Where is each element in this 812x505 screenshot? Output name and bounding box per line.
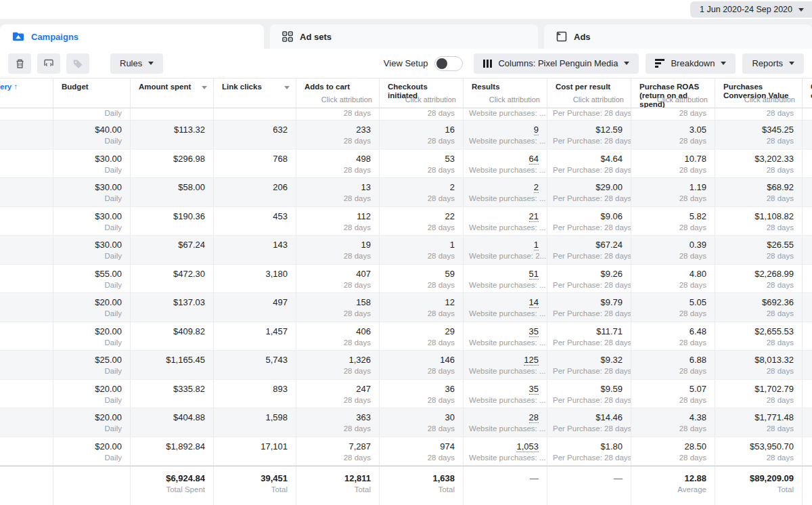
cell-budget: $30.00Daily bbox=[53, 150, 130, 178]
table-body: Daily28 days28 daysWebsite purchases: ..… bbox=[0, 108, 812, 466]
cell-pcv: $26.5528 days bbox=[715, 236, 802, 264]
cell-checkouts: 2228 days bbox=[379, 207, 463, 236]
chevron-down-icon bbox=[284, 86, 290, 89]
results-value-link[interactable]: 35 bbox=[529, 384, 539, 395]
results-value-link[interactable]: 28 bbox=[529, 412, 539, 423]
table-row[interactable]: $30.00Daily$67.241431928 days128 days1We… bbox=[0, 236, 812, 265]
cell-cpc bbox=[802, 108, 812, 120]
col-header-results[interactable]: Results Click attribution bbox=[463, 79, 547, 108]
tab-campaigns[interactable]: Campaigns bbox=[0, 24, 264, 49]
toggle-knob-icon bbox=[436, 58, 447, 69]
cell-cpr: $9.32Per Purchase: 28 days bbox=[547, 351, 631, 379]
cell-subtext: Website purchases: ... bbox=[469, 223, 539, 233]
cell-subtext: 28 days bbox=[721, 251, 794, 261]
delete-button[interactable] bbox=[8, 53, 31, 74]
table-row[interactable]: $20.00Daily$137.0349715828 days1228 days… bbox=[0, 293, 812, 322]
cell-roas: 6.4828 days bbox=[631, 322, 715, 351]
ads-window-icon bbox=[556, 31, 567, 42]
cell-spent: $1,892.84 bbox=[130, 437, 213, 466]
cell-subtext: 28 days bbox=[385, 165, 455, 175]
cell-subtext: 28 days bbox=[385, 453, 455, 463]
cell-results: 64Website purchases: ... bbox=[463, 150, 547, 178]
col-header-purchases-conversion-value[interactable]: Purchases Conversion Value Click attribu… bbox=[715, 79, 802, 108]
col-header-link-clicks[interactable]: Link clicks bbox=[213, 79, 296, 108]
table-row[interactable]: $20.00Daily$404.881,59836328 days3028 da… bbox=[0, 408, 812, 437]
results-value-link[interactable]: 1,053 bbox=[516, 441, 539, 452]
col-header-amount-spent[interactable]: Amount spent bbox=[130, 79, 213, 108]
ab-test-button[interactable] bbox=[37, 53, 60, 74]
col-header-delivery[interactable]: ery ↑ bbox=[0, 79, 53, 108]
col-header-link-clicks-label: Link clicks bbox=[222, 83, 262, 91]
col-header-purchase-roas[interactable]: Purchase ROAS (return on ad spend) Click… bbox=[631, 79, 715, 108]
table-row[interactable]: $55.00Daily$472.303,18040728 days5928 da… bbox=[0, 265, 812, 294]
cell-results: Website purchases: ... bbox=[463, 108, 547, 120]
table-row[interactable]: $30.00Daily$296.9876849828 days5328 days… bbox=[0, 150, 812, 179]
tab-ad-sets[interactable]: Ad sets bbox=[270, 24, 538, 49]
cell-pcv: $2,268.9928 days bbox=[715, 265, 802, 293]
table-row-clipped[interactable]: Daily28 days28 daysWebsite purchases: ..… bbox=[0, 108, 812, 120]
results-value-link[interactable]: 2 bbox=[534, 182, 539, 193]
results-value-link[interactable]: 9 bbox=[534, 125, 539, 135]
rules-button[interactable]: Rules bbox=[110, 53, 163, 74]
tag-button[interactable] bbox=[66, 53, 89, 74]
cell-subtext: 28 days bbox=[385, 395, 455, 405]
cell-delivery bbox=[0, 380, 53, 408]
cell-subtext: Per Purchase: 28 days bbox=[553, 165, 623, 175]
col-header-budget[interactable]: Budget bbox=[53, 79, 130, 108]
cell-budget: $30.00Daily bbox=[53, 178, 130, 206]
cell-subtext: 28 days bbox=[302, 251, 371, 261]
cell-subtext: Per Purchase: 28 days bbox=[553, 251, 623, 261]
col-header-adds-to-cart[interactable]: Adds to cart Click attribution bbox=[296, 79, 379, 108]
table-row[interactable]: $40.00Daily$113.3263223328 days1628 days… bbox=[0, 120, 812, 150]
results-value-link[interactable]: 125 bbox=[524, 355, 539, 366]
table-row[interactable]: $30.00Daily$190.3645311228 days2228 days… bbox=[0, 207, 812, 236]
cell-roas: 28.5028 days bbox=[631, 437, 715, 466]
cell-cpr: $67.24Per Purchase: 28 days bbox=[547, 236, 631, 264]
results-value-link[interactable]: 14 bbox=[529, 297, 539, 308]
cell-cpc bbox=[802, 466, 812, 505]
cell-budget: $40.00Daily bbox=[53, 120, 130, 149]
table-row[interactable]: $20.00Daily$335.8289324728 days3628 days… bbox=[0, 380, 812, 409]
view-setup-toggle[interactable] bbox=[434, 56, 463, 71]
results-value-link[interactable]: 64 bbox=[529, 154, 539, 164]
results-value-link[interactable]: 51 bbox=[529, 269, 539, 280]
cell-cpc bbox=[802, 150, 812, 178]
tag-icon bbox=[72, 58, 83, 69]
table-row[interactable]: $30.00Daily$58.002061328 days228 days2We… bbox=[0, 178, 812, 207]
cell-subtext: Website purchase: 2... bbox=[469, 251, 539, 261]
tab-ads[interactable]: Ads bbox=[544, 24, 812, 49]
cell-spent: $58.00 bbox=[130, 178, 213, 206]
cell-adds: 23328 days bbox=[296, 120, 379, 149]
breakdown-button[interactable]: Breakdown bbox=[646, 53, 736, 74]
cell-checkouts: 1228 days bbox=[379, 293, 463, 322]
col-header-cpc[interactable]: CPC (cost per link click) Click attribut… bbox=[802, 79, 812, 108]
table-row[interactable]: $20.00Daily$409.821,45740628 days2928 da… bbox=[0, 322, 812, 351]
cell-cpr: $11.71Per Purchase: 28 days bbox=[547, 322, 631, 351]
columns-button[interactable]: Columns: Pixel Penguin Media bbox=[474, 53, 639, 74]
cell-cpc bbox=[802, 293, 812, 322]
cell-cpc bbox=[802, 265, 812, 293]
rules-label: Rules bbox=[120, 58, 142, 68]
campaigns-folder-icon bbox=[12, 30, 24, 43]
cell-pcv: $2,655.5328 days bbox=[715, 322, 802, 351]
results-value-link[interactable]: 21 bbox=[529, 211, 539, 222]
cell-checkouts: 5328 days bbox=[379, 150, 463, 178]
table-row[interactable]: $25.00Daily$1,165.455,7431,32628 days146… bbox=[0, 351, 812, 380]
cell-roas: 28 days bbox=[631, 108, 715, 120]
reports-button[interactable]: Reports bbox=[742, 53, 804, 74]
cell-clicks: 3,180 bbox=[213, 265, 296, 293]
date-range-selector[interactable]: 1 Jun 2020-24 Sep 2020 bbox=[690, 1, 812, 18]
cell-cpc bbox=[802, 178, 812, 206]
results-value-link[interactable]: 1 bbox=[534, 240, 539, 250]
cell-subtext: 28 days bbox=[385, 309, 455, 319]
col-header-cost-per-result[interactable]: Cost per result Click attribution bbox=[547, 79, 631, 108]
cell-results: 125Website purchases: ... bbox=[463, 351, 547, 379]
table-row[interactable]: $20.00Daily$1,892.8417,1017,28728 days97… bbox=[0, 437, 812, 466]
cell-subtext: Daily bbox=[59, 280, 122, 290]
col-header-checkouts-initiated[interactable]: Checkouts initiated Click attribution bbox=[379, 79, 463, 108]
cell-spent: $296.98 bbox=[130, 150, 213, 178]
cell-subtext: 28 days bbox=[385, 424, 455, 434]
results-value-link[interactable]: 35 bbox=[529, 326, 539, 337]
cell-subtext: Website purchases: ... bbox=[469, 280, 539, 290]
cell-cpr: Per Purchase: 28 days bbox=[547, 108, 631, 120]
